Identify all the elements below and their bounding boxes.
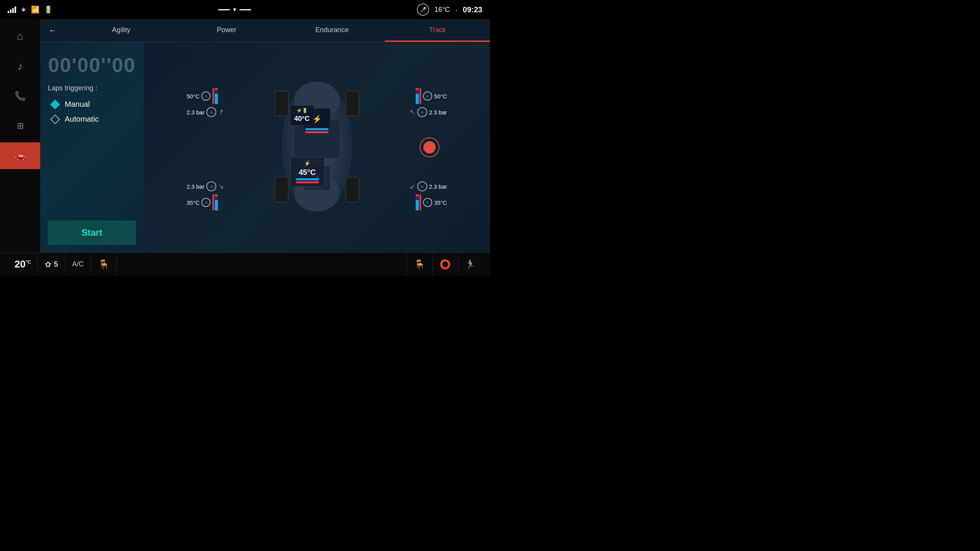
- rear-battery-display: ⚡ 45°C: [290, 157, 325, 187]
- rr-pressure-icon: ◎: [417, 181, 427, 191]
- tab-endurance[interactable]: Endurance: [279, 19, 385, 42]
- car-diagram: ⚡ ⚡ ⚡🔋 40°C ⚡ 45°C: [187, 65, 447, 230]
- sport-icon: 🏃: [465, 259, 475, 269]
- ac-label: A/C: [72, 260, 84, 268]
- rl-pressure: 2.3 bar: [187, 183, 205, 190]
- fl-pressure: 2.3 bar: [187, 109, 205, 116]
- fr-pressure-icon: ◎: [417, 107, 427, 117]
- status-right: 🎤 16°C · 09:23: [417, 3, 482, 16]
- status-bar: ∗ 📶 🔋 ▼ 🎤 16°C · 09:23: [0, 0, 490, 19]
- sport-item[interactable]: 🏃: [458, 253, 482, 276]
- start-button[interactable]: Start: [48, 220, 136, 245]
- sidebar-item-apps[interactable]: ⊞: [0, 112, 40, 139]
- rr-temp: 35°C: [434, 199, 447, 206]
- car-icon: 🚗: [15, 150, 26, 161]
- steering-icon: ⭕: [439, 259, 451, 270]
- fan-item[interactable]: ✿ 5: [38, 253, 65, 276]
- rr-arrow-icon: ↙: [410, 182, 415, 191]
- spacer-item: [117, 253, 407, 276]
- fr-temp: 50°C: [434, 93, 447, 99]
- svg-rect-7: [346, 177, 359, 202]
- sidebar-item-phone[interactable]: 📞: [0, 83, 40, 109]
- panel-area: 00'00''00 Laps triggering : Manual Autom…: [40, 42, 490, 253]
- svg-rect-6: [275, 177, 288, 202]
- seat-cool-item[interactable]: 🪑: [407, 253, 433, 276]
- phone-icon: 📞: [15, 91, 26, 101]
- back-button[interactable]: ←: [44, 23, 61, 38]
- rear-battery-temp: 45°C: [296, 168, 319, 177]
- sidebar-item-car[interactable]: 🚗: [0, 142, 40, 169]
- battery-bars: [296, 178, 319, 183]
- front-battery-temp: 40°C: [294, 115, 310, 123]
- temperature-item[interactable]: 20°C: [8, 253, 38, 276]
- automatic-label: Automatic: [65, 115, 99, 124]
- rr-temp-row: ⊙ 35°C: [416, 194, 447, 210]
- fl-gauge-icon: ⊙: [201, 91, 211, 101]
- svg-rect-5: [346, 91, 359, 116]
- manual-option[interactable]: Manual: [52, 100, 136, 109]
- fr-gauge-icon: ⊙: [423, 91, 432, 101]
- seat-heat-item[interactable]: 🪑: [91, 253, 117, 276]
- mic-off-icon[interactable]: 🎤: [417, 3, 429, 16]
- fr-temp-row: ⊙ 50°C: [416, 88, 447, 104]
- status-center: ▼: [52, 7, 417, 13]
- svg-rect-4: [275, 91, 288, 116]
- right-panel: ⚡ ⚡ ⚡🔋 40°C ⚡ 45°C: [144, 42, 490, 253]
- home-icon: ⌂: [17, 30, 23, 42]
- bottom-bar: 20°C ✿ 5 A/C 🪑 🪑 ⭕ 🏃: [0, 253, 490, 276]
- sidebar-item-music[interactable]: ♪: [0, 53, 40, 80]
- fl-temp: 50°C: [187, 93, 200, 99]
- status-left: ∗ 📶 🔋: [8, 5, 52, 14]
- fl-thermo: [212, 88, 218, 104]
- rl-thermo: [212, 194, 218, 210]
- rl-temp-row: 35°C ⊙: [187, 194, 224, 210]
- automatic-unselected-icon: [50, 114, 60, 124]
- fr-pressure: 2.3 bar: [429, 109, 447, 116]
- seat-heat-icon: 🪑: [98, 259, 109, 270]
- front-battery-display: ⚡🔋 40°C: [290, 105, 314, 126]
- tab-track[interactable]: Track: [385, 19, 490, 42]
- rr-thermo: [416, 194, 421, 210]
- rear-right-tire-data: ↙ ◎ 2.3 bar: [410, 181, 447, 210]
- record-dot-icon: [423, 141, 436, 153]
- trigger-options: Manual Automatic: [48, 100, 136, 124]
- ac-item[interactable]: A/C: [65, 253, 91, 276]
- left-panel: 00'00''00 Laps triggering : Manual Autom…: [40, 42, 144, 253]
- fl-pressure-row: 2.3 bar ◎ ↗: [187, 107, 224, 117]
- fl-pressure-icon: ◎: [206, 107, 216, 117]
- front-left-tire-data: 50°C ⊙ 2.3: [187, 88, 224, 117]
- rl-pressure-icon: ◎: [206, 181, 216, 191]
- rr-gauge-icon: ⊙: [423, 198, 432, 207]
- rr-pressure-row: ↙ ◎ 2.3 bar: [410, 181, 447, 191]
- front-right-tire-data: ⊙ 50°C ↖ ◎ 2.3 bar: [410, 88, 447, 117]
- fr-pressure-row: ↖ ◎ 2.3 bar: [410, 107, 447, 117]
- rl-gauge-icon: ⊙: [201, 198, 211, 207]
- fl-temp-row: 50°C ⊙: [187, 88, 224, 104]
- automatic-option[interactable]: Automatic: [52, 115, 136, 124]
- manual-selected-icon: [50, 99, 60, 109]
- front-battery-bars: [305, 128, 328, 133]
- rear-left-tire-data: 2.3 bar ◎ ↘ 35°C ⊙: [187, 181, 224, 210]
- wifi-icon: 📶: [31, 5, 39, 14]
- lap-timer: 00'00''00: [48, 54, 136, 77]
- tabs-bar: ← Agility Power Endurance Track: [40, 19, 490, 42]
- sidebar: ⌂ ♪ 📞 ⊞ 🚗: [0, 19, 40, 253]
- fan-icon: ✿: [45, 260, 51, 269]
- signal-bars-icon: [8, 6, 16, 13]
- fr-thermo: [416, 88, 421, 104]
- sidebar-item-home[interactable]: ⌂: [0, 23, 40, 50]
- fan-level: 5: [54, 260, 58, 269]
- bluetooth-icon: ∗: [21, 5, 26, 14]
- cabin-temp: 20°C: [15, 258, 31, 270]
- manual-label: Manual: [65, 100, 90, 109]
- steering-item[interactable]: ⭕: [433, 253, 458, 276]
- temperature-display: 16°C: [434, 6, 450, 14]
- phone-battery-icon: 🔋: [44, 5, 52, 14]
- rl-temp: 35°C: [187, 199, 200, 206]
- car-svg: ⚡ ⚡: [267, 70, 367, 225]
- tab-power[interactable]: Power: [174, 19, 279, 42]
- record-button[interactable]: [420, 137, 439, 157]
- rl-pressure-row: 2.3 bar ◎ ↘: [187, 181, 224, 191]
- apps-icon: ⊞: [17, 121, 24, 131]
- tab-agility[interactable]: Agility: [69, 19, 174, 42]
